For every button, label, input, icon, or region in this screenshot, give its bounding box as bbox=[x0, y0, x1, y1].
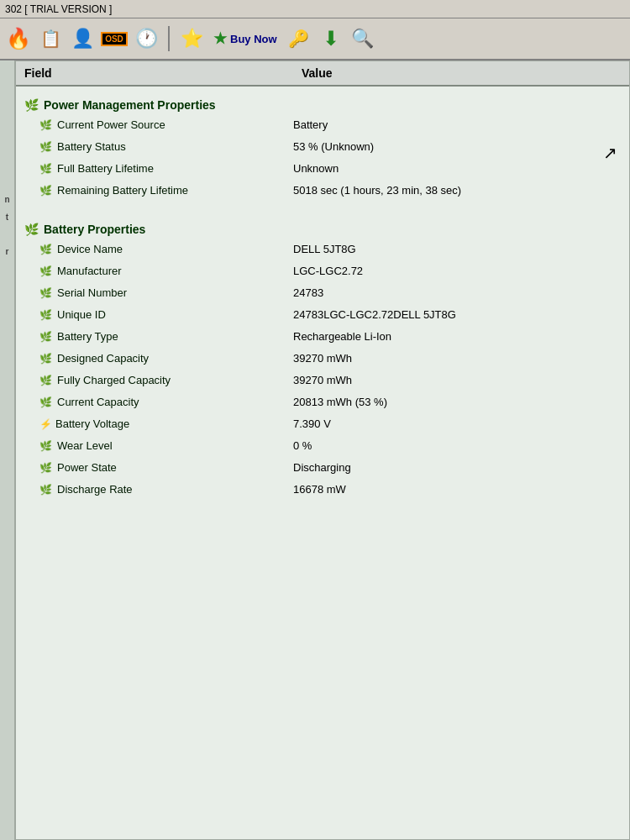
field-label-current-power-source: Current Power Source bbox=[57, 118, 165, 131]
key-icon-btn[interactable]: 🔑 bbox=[286, 25, 312, 52]
voltage-icon: ⚡ bbox=[39, 418, 51, 430]
row-discharge-rate[interactable]: 🌿 Discharge Rate 16678 mW bbox=[16, 480, 629, 501]
titlebar: 302 [ TRIAL VERSION ] bbox=[0, 0, 630, 18]
row-manufacturer[interactable]: 🌿 Manufacturer LGC-LGC2.72 bbox=[16, 261, 629, 283]
row-current-capacity[interactable]: 🌿 Current Capacity 20813 mWh (53 %) bbox=[16, 392, 629, 414]
field-current-power-source: 🌿 Current Power Source bbox=[39, 118, 293, 131]
field-wear-level: 🌿 Wear Level bbox=[39, 439, 293, 452]
sidebar-letter-t: t bbox=[6, 213, 8, 222]
field-current-capacity: 🌿 Current Capacity bbox=[39, 396, 293, 408]
row-power-state[interactable]: 🌿 Power State Discharging bbox=[16, 458, 629, 480]
leaf-icon-full-battery-lifetime: 🌿 bbox=[39, 163, 52, 175]
arrow-down-icon: ⬇ bbox=[323, 27, 339, 50]
value-discharge-rate: 16678 mW bbox=[293, 483, 621, 496]
table-header: Field Value bbox=[16, 61, 629, 87]
value-designed-capacity: 39270 mWh bbox=[293, 352, 621, 365]
field-label-power-state: Power State bbox=[57, 461, 117, 474]
row-device-name[interactable]: 🌿 Device Name DELL 5JT8G bbox=[16, 239, 629, 261]
value-current-capacity: 20813 mWh (53 %) bbox=[293, 396, 621, 408]
search-icon: 🔍 bbox=[351, 28, 374, 50]
row-full-battery-lifetime[interactable]: 🌿 Full Battery Lifetime Unknown bbox=[16, 159, 629, 181]
row-unique-id[interactable]: 🌿 Unique ID 24783LGC-LGC2.72DELL 5JT8G bbox=[16, 305, 629, 327]
value-fully-charged-capacity: 39270 mWh bbox=[293, 374, 621, 386]
value-manufacturer: LGC-LGC2.72 bbox=[293, 265, 621, 277]
value-battery-type: Rechargeable Li-Ion bbox=[293, 330, 621, 343]
value-battery-status: 53 % (Unknown) bbox=[293, 140, 621, 153]
titlebar-text: 302 [ TRIAL VERSION ] bbox=[5, 3, 112, 15]
field-unique-id: 🌿 Unique ID bbox=[39, 308, 293, 321]
field-label-remaining-battery-lifetime: Remaining Battery Lifetime bbox=[57, 184, 188, 197]
clock-icon-btn[interactable]: 🕐 bbox=[133, 25, 160, 52]
row-remaining-battery-lifetime[interactable]: 🌿 Remaining Battery Lifetime 5018 sec (1… bbox=[16, 181, 629, 202]
value-current-power-source: Battery bbox=[293, 118, 621, 131]
search-icon-btn[interactable]: 🔍 bbox=[349, 25, 376, 52]
field-battery-type: 🌿 Battery Type bbox=[39, 330, 293, 343]
star-icon-btn[interactable]: ⭐ bbox=[178, 25, 205, 52]
row-current-power-source[interactable]: 🌿 Current Power Source Battery bbox=[16, 115, 629, 137]
field-label-unique-id: Unique ID bbox=[57, 308, 106, 321]
field-discharge-rate: 🌿 Discharge Rate bbox=[39, 483, 293, 496]
buy-now-icon: ★ bbox=[213, 29, 227, 48]
field-remaining-battery-lifetime: 🌿 Remaining Battery Lifetime bbox=[39, 184, 293, 197]
row-serial-number[interactable]: 🌿 Serial Number 24783 bbox=[16, 283, 629, 305]
field-fully-charged-capacity: 🌿 Fully Charged Capacity bbox=[39, 374, 293, 386]
value-device-name: DELL 5JT8G bbox=[293, 243, 621, 255]
field-label-full-battery-lifetime: Full Battery Lifetime bbox=[57, 162, 154, 175]
sidebar-letter-r: r bbox=[6, 247, 9, 256]
row-battery-type[interactable]: 🌿 Battery Type Rechargeable Li-Ion bbox=[16, 327, 629, 349]
leaf-icon-battery-status: 🌿 bbox=[39, 141, 52, 153]
document-icon-btn[interactable]: 📋 bbox=[37, 25, 64, 52]
field-label-fully-charged-capacity: Fully Charged Capacity bbox=[57, 374, 171, 386]
row-fully-charged-capacity[interactable]: 🌿 Fully Charged Capacity 39270 mWh bbox=[16, 370, 629, 392]
flame-icon: 🔥 bbox=[6, 27, 31, 50]
row-battery-voltage[interactable]: ⚡ Battery Voltage 7.390 V bbox=[16, 414, 629, 436]
field-label-device-name: Device Name bbox=[57, 243, 123, 255]
field-label-current-capacity: Current Capacity bbox=[57, 396, 139, 408]
key-icon: 🔑 bbox=[288, 29, 309, 49]
spacer-1 bbox=[16, 202, 629, 214]
toolbar-divider bbox=[168, 26, 170, 51]
field-label-serial-number: Serial Number bbox=[57, 286, 127, 299]
leaf-icon-designed-capacity: 🌿 bbox=[39, 353, 52, 365]
field-battery-status: 🌿 Battery Status bbox=[39, 140, 293, 153]
buy-now-label: Buy Now bbox=[230, 33, 277, 45]
field-label-wear-level: Wear Level bbox=[57, 439, 113, 452]
toolbar: 🔥 📋 👤 OSD 🕐 ⭐ ★ Buy Now 🔑 ⬇ 🔍 bbox=[0, 18, 630, 60]
leaf-icon-battery-type: 🌿 bbox=[39, 331, 52, 343]
section-leaf-icon-battery: 🌿 bbox=[24, 223, 39, 236]
flame-icon-btn[interactable]: 🔥 bbox=[5, 25, 32, 52]
buy-now-button[interactable]: ★ Buy Now bbox=[210, 28, 281, 50]
leaf-icon-fully-charged-capacity: 🌿 bbox=[39, 375, 52, 386]
field-designed-capacity: 🌿 Designed Capacity bbox=[39, 352, 293, 365]
clock-icon: 🕐 bbox=[135, 28, 158, 50]
section-leaf-icon-power: 🌿 bbox=[24, 98, 39, 112]
osd-label: OSD bbox=[105, 34, 123, 44]
field-battery-voltage: ⚡ Battery Voltage bbox=[39, 417, 293, 430]
osd-btn[interactable]: OSD bbox=[101, 25, 128, 52]
main-content: n t r Field Value 🌿 Power Management Pro… bbox=[0, 60, 630, 840]
leaf-icon-remaining-battery: 🌿 bbox=[39, 185, 52, 197]
column-field-header: Field bbox=[24, 66, 302, 80]
section-battery-label: Battery Properties bbox=[44, 223, 145, 236]
value-power-state: Discharging bbox=[293, 461, 621, 474]
leaf-icon-device-name: 🌿 bbox=[39, 244, 52, 255]
value-full-battery-lifetime: Unknown bbox=[293, 162, 621, 175]
leaf-icon-unique-id: 🌿 bbox=[39, 309, 52, 321]
section-power-label: Power Management Properties bbox=[44, 98, 216, 112]
field-label-designed-capacity: Designed Capacity bbox=[57, 352, 149, 365]
row-designed-capacity[interactable]: 🌿 Designed Capacity 39270 mWh bbox=[16, 349, 629, 370]
arrow-down-icon-btn[interactable]: ⬇ bbox=[318, 25, 344, 52]
leaf-icon-current-capacity: 🌿 bbox=[39, 396, 52, 408]
osd-button[interactable]: OSD bbox=[101, 32, 128, 46]
document-icon: 📋 bbox=[40, 29, 61, 49]
row-battery-status[interactable]: 🌿 Battery Status 53 % (Unknown) bbox=[16, 137, 629, 159]
field-device-name: 🌿 Device Name bbox=[39, 243, 293, 255]
field-power-state: 🌿 Power State bbox=[39, 461, 293, 474]
star-icon: ⭐ bbox=[181, 28, 203, 50]
field-label-discharge-rate: Discharge Rate bbox=[57, 483, 133, 496]
person-icon-btn[interactable]: 👤 bbox=[69, 25, 96, 52]
row-wear-level[interactable]: 🌿 Wear Level 0 % bbox=[16, 436, 629, 458]
field-label-battery-voltage: Battery Voltage bbox=[55, 417, 129, 430]
leaf-icon-power-state: 🌿 bbox=[39, 462, 52, 474]
field-label-manufacturer: Manufacturer bbox=[57, 265, 122, 277]
